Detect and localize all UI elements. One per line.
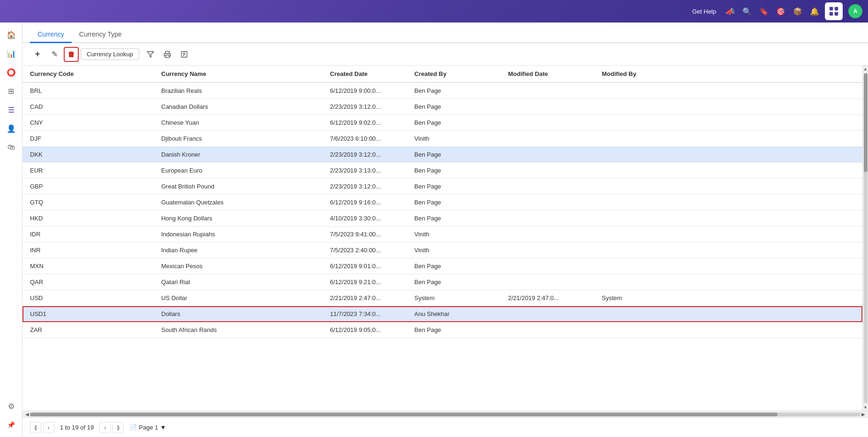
cell-code: MXN bbox=[22, 258, 154, 274]
page-dropdown-icon[interactable]: ▼ bbox=[160, 424, 166, 431]
table-row[interactable]: MXNMexican Pesos6/12/2019 9:01:0...Ben P… bbox=[22, 258, 862, 274]
toolbar: + ✎ Currency Lookup bbox=[22, 43, 868, 66]
sidebar-icon-chart[interactable]: 📊 bbox=[3, 45, 20, 62]
table-row[interactable]: CADCanadian Dollars2/23/2019 3:12:0...Be… bbox=[22, 99, 862, 115]
delete-button[interactable] bbox=[64, 47, 79, 62]
table-row[interactable]: CNYChinese Yuan6/12/2019 9:02:0...Ben Pa… bbox=[22, 115, 862, 131]
prev-page-button[interactable]: ‹ bbox=[43, 422, 54, 433]
cell-name: Brazilian Reals bbox=[154, 83, 322, 99]
sidebar-icon-list[interactable]: ☰ bbox=[3, 101, 20, 118]
cell-code: GBP bbox=[22, 179, 154, 195]
cell-name: Chinese Yuan bbox=[154, 115, 322, 131]
table-row[interactable]: DJFDjibouti Francs7/6/2023 6:10:00...Vin… bbox=[22, 131, 862, 147]
table-row[interactable]: QARQatari Rial6/12/2019 9:21:0...Ben Pag… bbox=[22, 274, 862, 290]
cell-modifiedDate bbox=[501, 258, 594, 274]
cell-code: EUR bbox=[22, 163, 154, 179]
table-row[interactable]: ZARSouth African Rands6/12/2019 9:05:0..… bbox=[22, 322, 862, 338]
scroll-up-arrow[interactable]: ▲ bbox=[863, 66, 868, 72]
cell-modifiedBy bbox=[594, 147, 862, 163]
bookmark-icon[interactable]: 🔖 bbox=[757, 5, 771, 18]
next-page-button[interactable]: › bbox=[99, 422, 111, 433]
horizontal-scrollbar[interactable]: ◀ ▶ bbox=[22, 411, 868, 417]
first-page-button[interactable]: ⟪ bbox=[30, 422, 41, 433]
cell-modifiedDate bbox=[501, 226, 594, 242]
svg-rect-0 bbox=[830, 7, 833, 10]
table-row[interactable]: BRLBrazilian Reals6/12/2019 9:00:0...Ben… bbox=[22, 83, 862, 99]
cell-createdBy: Ben Page bbox=[407, 163, 501, 179]
cell-modifiedBy bbox=[594, 163, 862, 179]
cell-createdDate: 6/12/2019 9:00:0... bbox=[322, 83, 407, 99]
scroll-down-arrow[interactable]: ▼ bbox=[863, 404, 868, 411]
sidebar-icon-circle[interactable]: ⭕ bbox=[3, 64, 20, 81]
tabs-bar: Currency Currency Type bbox=[22, 23, 868, 43]
cell-code: HKD bbox=[22, 211, 154, 226]
cell-createdDate: 4/10/2019 3:30:0... bbox=[322, 211, 407, 226]
cube-icon[interactable]: 📦 bbox=[791, 5, 804, 18]
table-row[interactable]: GBPGreat British Pound2/23/2019 3:12:0..… bbox=[22, 179, 862, 195]
crosshair-icon[interactable]: 🎯 bbox=[774, 5, 787, 18]
cell-createdDate: 2/23/2019 3:12:0... bbox=[322, 179, 407, 195]
sidebar-pin-icon[interactable]: 📌 bbox=[3, 416, 20, 433]
app-icon[interactable] bbox=[825, 2, 843, 20]
pagination-bar: ⟪ ‹ 1 to 19 of 19 › ⟫ 📄 Page 1 ▼ bbox=[22, 417, 868, 437]
currency-lookup-button[interactable]: Currency Lookup bbox=[81, 48, 139, 60]
table-row[interactable]: IDRIndonesian Rupiahs7/5/2023 9:41:00...… bbox=[22, 226, 862, 242]
cell-createdBy: Anu Shekhar bbox=[407, 306, 501, 322]
page-label: Page 1 bbox=[139, 424, 158, 431]
search-icon[interactable]: 🔍 bbox=[741, 5, 754, 18]
cell-createdDate: 7/6/2023 6:10:00... bbox=[322, 131, 407, 147]
scroll-left-arrow[interactable]: ◀ bbox=[24, 412, 30, 417]
table-row[interactable]: GTQGuatemalan Quetzales6/12/2019 9:16:0.… bbox=[22, 195, 862, 211]
cell-name: South African Rands bbox=[154, 322, 322, 338]
sidebar-icon-person[interactable]: 👤 bbox=[3, 120, 20, 137]
cell-name: Indian Rupee bbox=[154, 242, 322, 258]
page-selector[interactable]: 📄 Page 1 ▼ bbox=[129, 424, 166, 431]
scrollbar-track-vertical[interactable] bbox=[864, 73, 868, 403]
scrollbar-thumb-vertical[interactable] bbox=[864, 73, 868, 172]
edit-button[interactable]: ✎ bbox=[47, 47, 62, 62]
svg-rect-1 bbox=[835, 7, 838, 10]
currency-table: Currency Code Currency Name Created Date… bbox=[22, 66, 862, 338]
main-layout: 🏠 📊 ⭕ ⊞ ☰ 👤 🛍 ⚙ 📌 Currency Currency Type… bbox=[0, 23, 868, 437]
sidebar-icon-bag[interactable]: 🛍 bbox=[3, 139, 20, 156]
table-row[interactable]: INRIndian Rupee7/5/2023 2:40:00...Vinith bbox=[22, 242, 862, 258]
sidebar-icon-settings[interactable]: ⚙ bbox=[3, 398, 20, 414]
top-navigation: Get Help 📣 🔍 🔖 🎯 📦 🔔 A bbox=[0, 0, 868, 23]
cell-code: BRL bbox=[22, 83, 154, 99]
page-document-icon: 📄 bbox=[129, 424, 137, 431]
table-row[interactable]: USD1Dollars11/7/2023 7:34:0...Anu Shekha… bbox=[22, 306, 862, 322]
filter-button[interactable] bbox=[143, 47, 158, 62]
cell-createdDate: 2/23/2019 3:12:0... bbox=[322, 99, 407, 115]
table-row[interactable]: EUREuropean Euro2/23/2019 3:13:0...Ben P… bbox=[22, 163, 862, 179]
user-avatar[interactable]: A bbox=[848, 4, 862, 18]
scrollbar-track-horizontal[interactable] bbox=[30, 413, 861, 416]
scrollbar-thumb-horizontal[interactable] bbox=[30, 413, 778, 416]
cell-createdDate: 7/5/2023 9:41:00... bbox=[322, 226, 407, 242]
cell-createdBy: Ben Page bbox=[407, 83, 501, 99]
cell-modifiedBy bbox=[594, 226, 862, 242]
scroll-right-arrow[interactable]: ▶ bbox=[861, 412, 866, 417]
bell-icon[interactable]: 🔔 bbox=[808, 5, 821, 18]
sidebar-icon-grid[interactable]: ⊞ bbox=[3, 83, 20, 99]
table-row[interactable]: DKKDanish Kroner2/23/2019 3:12:0...Ben P… bbox=[22, 147, 862, 163]
tab-currency[interactable]: Currency bbox=[30, 27, 72, 43]
cell-code: DJF bbox=[22, 131, 154, 147]
table-row[interactable]: USDUS Dollar2/21/2019 2:47:0...System2/2… bbox=[22, 290, 862, 306]
print-button[interactable] bbox=[160, 47, 175, 62]
last-page-button[interactable]: ⟫ bbox=[112, 422, 124, 433]
col-header-created-by: Created By bbox=[407, 66, 501, 83]
table-row[interactable]: HKDHong Kong Dollars4/10/2019 3:30:0...B… bbox=[22, 211, 862, 226]
cell-code: IDR bbox=[22, 226, 154, 242]
add-button[interactable]: + bbox=[30, 47, 45, 62]
table-container[interactable]: Currency Code Currency Name Created Date… bbox=[22, 66, 862, 411]
tab-currency-type[interactable]: Currency Type bbox=[72, 27, 129, 43]
export-button[interactable] bbox=[177, 47, 192, 62]
get-help-button[interactable]: Get Help bbox=[692, 8, 716, 15]
cell-createdDate: 7/5/2023 2:40:00... bbox=[322, 242, 407, 258]
cell-name: Danish Kroner bbox=[154, 147, 322, 163]
sidebar-icon-home[interactable]: 🏠 bbox=[3, 26, 20, 43]
vertical-scrollbar[interactable]: ▲ ▼ bbox=[862, 66, 868, 411]
cell-createdBy: Vinith bbox=[407, 242, 501, 258]
svg-marker-4 bbox=[147, 52, 153, 57]
megaphone-icon[interactable]: 📣 bbox=[724, 5, 737, 18]
